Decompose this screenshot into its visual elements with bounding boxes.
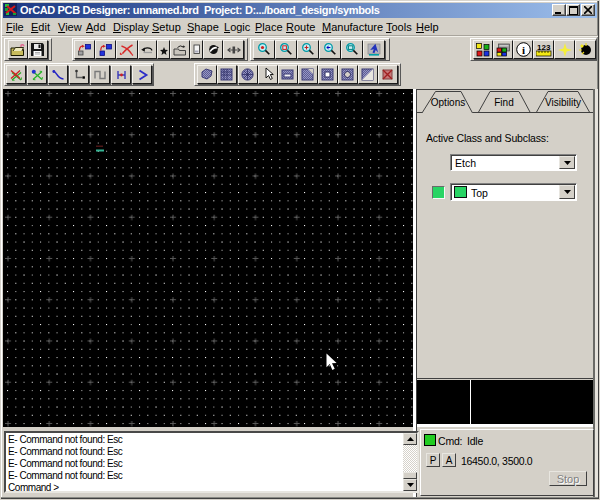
svg-text:i: i xyxy=(521,44,524,56)
svg-text:Visibility: Visibility xyxy=(545,97,581,108)
svg-text:Find: Find xyxy=(494,97,513,108)
svg-text:Options: Options xyxy=(431,97,465,108)
